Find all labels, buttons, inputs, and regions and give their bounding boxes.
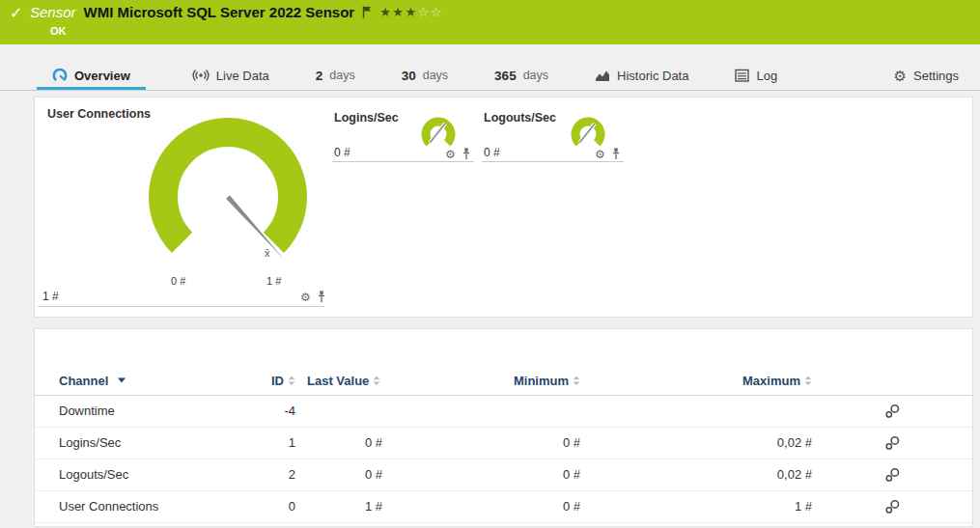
channel-name[interactable]: Logins/Sec	[35, 435, 242, 450]
table-row[interactable]: Logouts/Sec 2 0 # 0 # 0,02 #	[35, 459, 972, 491]
tab-live-data[interactable]: Live Data	[192, 62, 269, 90]
mean-marker: x̄	[265, 247, 270, 259]
column-label: Last Value	[307, 374, 369, 388]
gauge-title-logouts: Logouts/Sec	[484, 111, 556, 125]
column-label: ID	[271, 374, 284, 388]
gear-icon[interactable]: ⚙	[595, 149, 605, 160]
column-header-maximum[interactable]: Maximum	[580, 374, 812, 388]
user-connections-gauge	[122, 105, 334, 289]
tab-365-days[interactable]: 365 days	[494, 62, 548, 90]
sensor-header: ✓ Sensor WMI Microsoft SQL Server 2022 S…	[0, 0, 980, 44]
channel-settings-icon[interactable]	[884, 467, 901, 483]
title-row: Sensor WMI Microsoft SQL Server 2022 Sen…	[30, 4, 443, 20]
channel-name[interactable]: Downtime	[35, 403, 242, 418]
channels-table-panel: Channel ID Last Value Minimum Maximum Do…	[34, 328, 973, 527]
column-label: Maximum	[742, 374, 800, 388]
tab-2-days[interactable]: 2 days	[316, 62, 355, 90]
page-title: WMI Microsoft SQL Server 2022 Sensor	[84, 4, 355, 20]
table-header-row: Channel ID Last Value Minimum Maximum	[35, 366, 972, 396]
gauge-value-logouts: 0 #	[484, 146, 500, 159]
pin-icon[interactable]	[462, 148, 471, 160]
table-row[interactable]: Downtime -4	[35, 395, 972, 428]
stars-filled[interactable]: ★★★	[379, 5, 417, 19]
overview-icon	[52, 68, 68, 83]
tab-label: Historic Data	[617, 69, 688, 83]
gauge-scale-max: 1 #	[266, 275, 281, 287]
object-type-label: Sensor	[30, 4, 76, 20]
table-row[interactable]: Logins/Sec 1 0 # 0 # 0,02 #	[35, 427, 972, 459]
gauge-value-user-connections: 1 #	[42, 290, 59, 303]
tab-unit: days	[329, 69, 354, 82]
column-header-id[interactable]: ID	[242, 374, 295, 388]
pin-icon[interactable]	[611, 148, 621, 160]
gauge-actions: ⚙	[445, 148, 471, 160]
tab-num: 2	[316, 69, 323, 83]
historic-data-icon	[595, 69, 610, 82]
gauge-scale-min: 0 #	[171, 275, 185, 287]
gauges-panel: User Connections 0 # 1 # x̄ 1 # ⚙ Logins…	[34, 97, 973, 318]
channel-maximum: 1 #	[580, 499, 812, 514]
table-row[interactable]: User Connections 0 1 # 0 # 1 #	[35, 490, 972, 523]
gauge-value-logins: 0 #	[334, 146, 350, 159]
divider	[332, 161, 474, 162]
column-header-channel[interactable]: Channel	[35, 374, 242, 388]
tab-bar: Overview Live Data 2 days 30 days 365 da…	[0, 62, 980, 91]
tab-unit: days	[523, 69, 548, 82]
channel-id: -4	[242, 403, 295, 418]
sort-icon[interactable]	[373, 375, 380, 386]
tab-num: 365	[494, 69, 517, 83]
status-check-icon: ✓	[10, 4, 22, 22]
channel-last-value: 1 #	[295, 499, 382, 514]
channel-minimum: 0 #	[382, 435, 580, 450]
column-label: Channel	[59, 374, 108, 388]
status-badge: OK	[50, 25, 67, 37]
channel-name[interactable]: User Connections	[35, 499, 242, 514]
sort-icon[interactable]	[573, 375, 580, 386]
gear-icon[interactable]: ⚙	[445, 149, 456, 160]
pin-icon[interactable]	[317, 291, 326, 303]
divider	[482, 161, 624, 162]
channel-last-value: 0 #	[295, 435, 382, 450]
log-icon	[735, 69, 749, 82]
tab-log[interactable]: Log	[735, 62, 777, 90]
stars-empty[interactable]: ☆☆	[418, 5, 443, 19]
channel-maximum: 0,02 #	[580, 467, 812, 482]
sort-icon[interactable]	[804, 375, 812, 386]
gauge-actions: ⚙	[595, 148, 621, 160]
tab-30-days[interactable]: 30 days	[402, 62, 448, 90]
tab-label: Log	[756, 69, 777, 83]
tab-unit: days	[423, 69, 448, 82]
gear-icon[interactable]: ⚙	[300, 292, 311, 303]
tab-settings[interactable]: ⚙ Settings	[894, 62, 959, 90]
tab-label: Overview	[74, 69, 130, 83]
priority-flag-icon[interactable]	[362, 6, 372, 18]
tab-historic-data[interactable]: Historic Data	[595, 62, 688, 90]
tab-label: Live Data	[216, 69, 269, 83]
channel-id: 1	[242, 435, 295, 450]
column-label: Minimum	[514, 374, 569, 388]
gear-icon: ⚙	[894, 69, 907, 83]
channel-maximum: 0,02 #	[580, 435, 812, 450]
column-header-last-value[interactable]: Last Value	[295, 374, 382, 388]
channel-name[interactable]: Logouts/Sec	[35, 467, 242, 482]
sort-icon[interactable]	[288, 375, 295, 386]
channel-settings-icon[interactable]	[884, 435, 901, 451]
live-data-icon	[192, 69, 210, 82]
gauge-actions: ⚙	[300, 291, 326, 303]
channel-settings-icon[interactable]	[884, 403, 901, 419]
priority-stars[interactable]: ★★★☆☆	[379, 5, 443, 19]
tab-overview[interactable]: Overview	[37, 62, 146, 90]
channel-minimum: 0 #	[382, 499, 580, 514]
channel-settings-icon[interactable]	[884, 499, 901, 514]
column-header-minimum[interactable]: Minimum	[382, 374, 580, 388]
channel-minimum: 0 #	[382, 467, 580, 482]
gauge-title-logins: Logins/Sec	[334, 111, 399, 125]
channel-sort-caret-icon[interactable]	[118, 377, 126, 383]
tab-label: Settings	[913, 69, 959, 83]
channel-id: 0	[242, 499, 295, 514]
channel-last-value: 0 #	[295, 467, 382, 482]
channel-id: 2	[242, 467, 295, 482]
tab-num: 30	[402, 69, 416, 83]
divider	[38, 306, 324, 307]
